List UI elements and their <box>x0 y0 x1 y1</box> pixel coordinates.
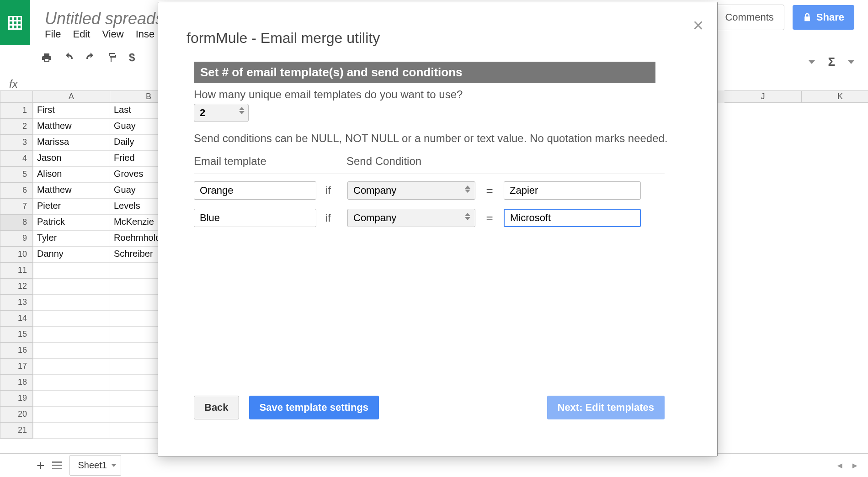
sheet-nav-arrows[interactable]: ◄ ► <box>836 461 859 471</box>
template-count-value: 2 <box>200 107 205 119</box>
select-all-cell[interactable] <box>0 90 33 103</box>
menu-view[interactable]: View <box>102 28 123 40</box>
if-label-2: if <box>325 212 338 224</box>
stepper-arrows-icon[interactable] <box>239 107 245 114</box>
cell[interactable]: Marissa <box>33 135 110 151</box>
template-count-stepper[interactable]: 2 <box>194 104 249 122</box>
sheets-app-icon[interactable] <box>0 0 30 45</box>
template-name-input-1[interactable] <box>194 181 316 200</box>
dialog-footer: Back Save template settings Next: Edit t… <box>194 396 665 419</box>
menu-edit[interactable]: Edit <box>73 28 90 40</box>
select-arrows-icon <box>465 213 470 220</box>
row-header[interactable]: 17 <box>0 359 33 375</box>
row-header[interactable]: 9 <box>0 231 33 247</box>
cell[interactable]: Matthew <box>33 183 110 199</box>
row-header[interactable]: 5 <box>0 167 33 183</box>
cell[interactable] <box>33 359 110 375</box>
cell[interactable] <box>33 295 110 311</box>
undo-icon[interactable] <box>63 52 74 63</box>
share-button[interactable]: Share <box>793 5 854 30</box>
row-header[interactable]: 14 <box>0 311 33 327</box>
row-header[interactable]: 1 <box>0 103 33 119</box>
cell[interactable]: Matthew <box>33 119 110 135</box>
row-header[interactable]: 18 <box>0 375 33 391</box>
currency-format-icon[interactable]: $ <box>129 51 135 64</box>
cell[interactable]: Tyler <box>33 231 110 247</box>
menubar: File Edit View Inse <box>45 28 154 40</box>
cell[interactable] <box>33 407 110 423</box>
share-label: Share <box>816 11 844 23</box>
cell[interactable]: Pieter <box>33 199 110 215</box>
cell[interactable] <box>33 423 110 439</box>
row-header[interactable]: 19 <box>0 391 33 407</box>
redo-icon[interactable] <box>85 52 96 63</box>
condition-field-value-2: Company <box>353 212 396 224</box>
row-header[interactable]: 20 <box>0 407 33 423</box>
row-header[interactable]: 8 <box>0 215 33 231</box>
column-header-k[interactable]: K <box>802 90 868 103</box>
close-icon[interactable]: × <box>693 15 703 36</box>
rule-row-1: if Company = <box>194 181 641 200</box>
cell[interactable]: Alison <box>33 167 110 183</box>
condition-value-input-2[interactable] <box>504 209 641 227</box>
row-header[interactable]: 21 <box>0 423 33 439</box>
row-header[interactable]: 15 <box>0 327 33 343</box>
rule-divider <box>194 174 665 174</box>
dialog-section-banner: Set # of email template(s) and send cond… <box>194 62 655 83</box>
template-name-input-2[interactable] <box>194 209 316 227</box>
next-edit-templates-button[interactable]: Next: Edit templates <box>547 396 665 419</box>
print-icon[interactable] <box>41 52 52 63</box>
formmule-dialog: × formMule - Email merge utility Set # o… <box>158 2 718 456</box>
cell[interactable]: Danny <box>33 247 110 263</box>
condition-field-select-1[interactable]: Company <box>347 181 475 200</box>
column-header-j[interactable]: J <box>724 90 802 103</box>
row-header[interactable]: 2 <box>0 119 33 135</box>
row-header[interactable]: 16 <box>0 343 33 359</box>
comments-button[interactable]: Comments <box>714 5 784 30</box>
save-template-settings-button[interactable]: Save template settings <box>249 396 379 419</box>
row-header[interactable]: 12 <box>0 279 33 295</box>
cell[interactable] <box>33 311 110 327</box>
cell[interactable]: First <box>33 103 110 119</box>
cell[interactable] <box>33 375 110 391</box>
row-header[interactable]: 13 <box>0 295 33 311</box>
column-header-a[interactable]: A <box>33 90 110 103</box>
formula-bar-fx-label: fx <box>9 78 18 90</box>
toolbar: $ <box>41 51 135 64</box>
row-header[interactable]: 6 <box>0 183 33 199</box>
row-header[interactable]: 11 <box>0 263 33 279</box>
row-header[interactable]: 7 <box>0 199 33 215</box>
functions-dropdown-caret-icon[interactable] <box>848 60 854 64</box>
cell[interactable] <box>33 391 110 407</box>
cell[interactable] <box>33 343 110 359</box>
paint-format-icon[interactable] <box>107 52 118 63</box>
cell[interactable] <box>33 279 110 295</box>
filter-dropdown-caret-icon[interactable] <box>809 60 815 64</box>
condition-field-value-1: Company <box>353 185 396 196</box>
send-condition-hint: Send conditions can be NULL, NOT NULL or… <box>194 132 668 145</box>
rule-row-2: if Company = <box>194 209 641 227</box>
row-header[interactable]: 10 <box>0 247 33 263</box>
column-label-send-condition: Send Condition <box>346 155 421 168</box>
condition-field-select-2[interactable]: Company <box>347 209 475 227</box>
condition-value-input-1[interactable] <box>504 181 641 200</box>
dialog-title: formMule - Email merge utility <box>186 30 380 47</box>
row-header[interactable]: 3 <box>0 135 33 151</box>
cell[interactable] <box>33 327 110 343</box>
cell[interactable]: Patrick <box>33 215 110 231</box>
functions-icon[interactable]: Σ <box>828 55 835 69</box>
add-sheet-button[interactable]: + <box>37 458 45 473</box>
menu-insert[interactable]: Inse <box>136 28 155 40</box>
all-sheets-menu-icon[interactable] <box>52 461 62 469</box>
row-header[interactable]: 4 <box>0 151 33 167</box>
sheet-tab-1[interactable]: Sheet1 <box>69 455 121 476</box>
back-button[interactable]: Back <box>194 396 239 419</box>
lock-icon <box>803 12 812 22</box>
cell[interactable] <box>33 263 110 279</box>
equals-label-1: = <box>485 184 495 198</box>
cell[interactable]: Jason <box>33 151 110 167</box>
menu-file[interactable]: File <box>45 28 61 40</box>
select-arrows-icon <box>465 186 470 193</box>
if-label-1: if <box>325 184 338 197</box>
equals-label-2: = <box>485 211 495 225</box>
